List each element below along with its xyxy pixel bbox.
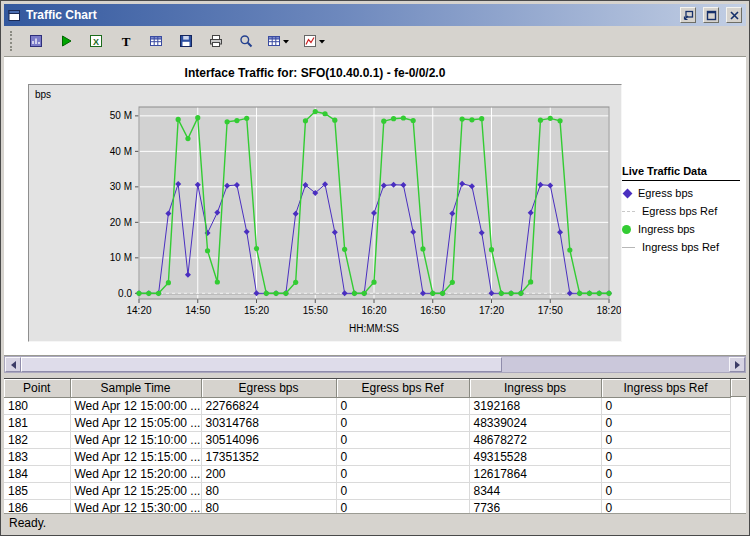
table-cell[interactable]: Wed Apr 12 15:25:00 ... [70,482,201,499]
table-cell[interactable]: 30314768 [201,414,336,431]
export-excel-button[interactable]: X [84,29,108,53]
svg-text:17:20: 17:20 [479,305,504,316]
scrollbar-track[interactable] [21,357,729,372]
table-cell[interactable]: 184 [4,465,70,482]
traffic-chart-window: Traffic Chart [0,0,750,536]
table-cell[interactable]: Wed Apr 12 15:10:00 ... [70,431,201,448]
table-cell[interactable]: 0 [601,448,730,465]
table-cell[interactable]: 17351352 [201,448,336,465]
table-cell[interactable]: Wed Apr 12 15:30:00 ... [70,499,201,513]
table-cell[interactable]: 48678272 [469,431,601,448]
save-button[interactable] [174,29,198,53]
svg-text:30 M: 30 M [110,181,132,192]
table-cell[interactable]: 0 [601,414,730,431]
table-cell[interactable]: 0 [336,448,469,465]
scrollbar-thumb[interactable] [21,357,502,372]
table-cell[interactable]: Wed Apr 12 15:00:00 ... [70,397,201,414]
table-cell[interactable]: 181 [4,414,70,431]
table-row[interactable]: 182Wed Apr 12 15:10:00 ...30514096048678… [4,431,730,448]
table-cell[interactable]: Wed Apr 12 15:20:00 ... [70,465,201,482]
svg-text:16:50: 16:50 [420,305,445,316]
svg-text:bps: bps [35,89,51,100]
table-cell[interactable]: 0 [601,465,730,482]
print-icon [208,33,224,49]
svg-text:X: X [93,37,99,47]
column-header[interactable]: Point [4,379,70,397]
table-cell[interactable]: 180 [4,397,70,414]
svg-text:50 M: 50 M [110,110,132,121]
table-cell[interactable]: 182 [4,431,70,448]
chart-panel: Interface Traffic for: SFO(10.40.0.1) - … [4,56,746,356]
column-header[interactable]: Egress bps [201,379,336,397]
legend-label: Egress bps Ref [642,205,717,217]
magnifier-icon [238,33,254,49]
table-cell[interactable]: 0 [336,397,469,414]
table-cell[interactable]: 0 [336,465,469,482]
scroll-left-button[interactable] [5,357,21,372]
table-cell[interactable]: 80 [201,499,336,513]
svg-text:16:20: 16:20 [361,305,386,316]
table-row[interactable]: 185Wed Apr 12 15:25:00 ...80083440 [4,482,730,499]
table-cell[interactable]: 185 [4,482,70,499]
chart-properties-icon [28,33,44,49]
print-button[interactable] [204,29,228,53]
table-cell[interactable]: 183 [4,448,70,465]
table-cell[interactable]: 0 [601,482,730,499]
show-table-button[interactable] [144,29,168,53]
table-cell[interactable]: 3192168 [469,397,601,414]
chart-properties-button[interactable] [24,29,48,53]
table-cell[interactable]: 200 [201,465,336,482]
table-cell[interactable]: 7736 [469,499,601,513]
table-options-dropdown-button[interactable] [264,29,294,53]
window-restore-button[interactable] [680,7,696,23]
start-collection-button[interactable] [54,29,78,53]
svg-text:0.0: 0.0 [118,288,132,299]
table-cell[interactable]: 12617864 [469,465,601,482]
chart-legend: Live Traffic Data Egress bps Egress bps … [622,165,740,259]
horizontal-scrollbar[interactable] [4,356,746,373]
table-cell[interactable]: 30514096 [201,431,336,448]
table-cell[interactable]: 48339024 [469,414,601,431]
svg-text:T: T [122,34,131,49]
table-cell[interactable]: 0 [336,482,469,499]
table-cell[interactable]: 22766824 [201,397,336,414]
body-filler [731,397,747,513]
table-cell[interactable]: 0 [336,499,469,513]
table-cell[interactable]: 8344 [469,482,601,499]
table-cell[interactable]: 0 [336,431,469,448]
table-cell[interactable]: 0 [336,414,469,431]
traffic-data-table: PointSample TimeEgress bpsEgress bps Ref… [4,379,731,513]
column-header[interactable]: Ingress bps Ref [601,379,730,397]
chart-type-dropdown-button[interactable] [300,29,330,53]
table-cell[interactable]: 80 [201,482,336,499]
table-row[interactable]: 183Wed Apr 12 15:15:00 ...17351352049315… [4,448,730,465]
table-row[interactable]: 181Wed Apr 12 15:05:00 ...30314768048339… [4,414,730,431]
text-annotation-button[interactable]: T [114,29,138,53]
table-cell[interactable]: Wed Apr 12 15:15:00 ... [70,448,201,465]
header-filler [731,379,747,397]
column-header[interactable]: Ingress bps [469,379,601,397]
table-row[interactable]: 184Wed Apr 12 15:20:00 ...2000126178640 [4,465,730,482]
table-row[interactable]: 180Wed Apr 12 15:00:00 ...22766824031921… [4,397,730,414]
window-close-button[interactable] [726,7,742,23]
toolbar-grip[interactable] [10,31,14,51]
column-header[interactable]: Egress bps Ref [336,379,469,397]
table-header-row: PointSample TimeEgress bpsEgress bps Ref… [4,379,730,397]
right-arrow-icon [735,361,744,369]
column-header[interactable]: Sample Time [70,379,201,397]
table-cell[interactable]: 0 [601,499,730,513]
svg-text:20 M: 20 M [110,217,132,228]
zoom-button[interactable] [234,29,258,53]
table-cell[interactable]: 49315528 [469,448,601,465]
table-cell[interactable]: Wed Apr 12 15:05:00 ... [70,414,201,431]
table-cell[interactable]: 0 [601,397,730,414]
legend-label: Egress bps [638,187,693,199]
table-cell[interactable]: 0 [601,431,730,448]
svg-text:15:50: 15:50 [303,305,328,316]
window-maximize-button[interactable] [703,7,719,23]
table-cell[interactable]: 186 [4,499,70,513]
scroll-right-button[interactable] [729,357,745,372]
left-arrow-icon [7,361,16,369]
titlebar[interactable]: Traffic Chart [4,4,746,26]
table-row[interactable]: 186Wed Apr 12 15:30:00 ...80077360 [4,499,730,513]
